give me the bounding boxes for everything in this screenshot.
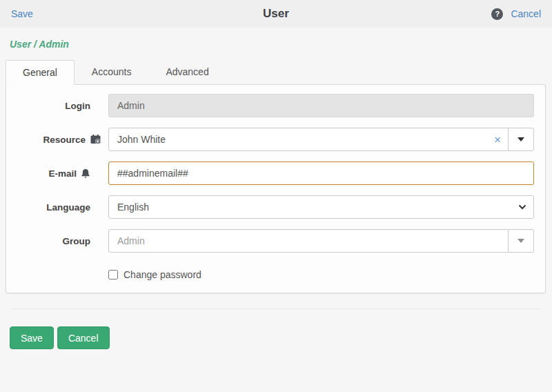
- topbar-right-group: ? Cancel: [491, 8, 541, 20]
- email-label: E-mail: [48, 168, 77, 179]
- group-dropdown-button[interactable]: [508, 229, 534, 253]
- email-row: E-mail: [6, 161, 534, 185]
- language-row: Language English: [6, 195, 534, 219]
- save-link[interactable]: Save: [11, 8, 33, 19]
- email-field[interactable]: [108, 161, 534, 185]
- resource-dropdown-button[interactable]: [508, 128, 534, 151]
- caret-down-icon: [518, 239, 524, 243]
- change-password-row: Change password: [108, 269, 534, 280]
- change-password-label: Change password: [124, 269, 201, 280]
- general-tab-panel: Login Resource ×: [6, 84, 546, 293]
- cancel-link[interactable]: Cancel: [511, 8, 541, 19]
- caret-down-icon: [518, 137, 524, 141]
- language-label: Language: [6, 202, 103, 213]
- login-field: [108, 94, 534, 117]
- tab-general[interactable]: General: [6, 60, 75, 85]
- cancel-button[interactable]: Cancel: [57, 326, 110, 349]
- change-password-checkbox[interactable]: [108, 270, 118, 280]
- clear-resource-icon[interactable]: ×: [494, 134, 501, 146]
- top-toolbar: Save User ? Cancel: [0, 0, 552, 28]
- tab-accounts[interactable]: Accounts: [75, 59, 149, 84]
- resource-field[interactable]: [108, 128, 509, 151]
- group-row: Group: [6, 229, 534, 253]
- resource-row: Resource ×: [6, 128, 534, 151]
- group-label: Group: [6, 236, 103, 246]
- footer-actions: Save Cancel: [10, 326, 552, 349]
- save-button[interactable]: Save: [10, 326, 54, 349]
- login-row: Login: [6, 94, 534, 117]
- calendar-clock-icon: [90, 134, 101, 145]
- footer-divider: [10, 308, 542, 309]
- breadcrumb[interactable]: User / Admin: [10, 39, 552, 50]
- help-icon[interactable]: ?: [491, 8, 503, 20]
- tab-bar: General Accounts Advanced: [6, 59, 552, 84]
- login-label: Login: [6, 101, 103, 111]
- language-select[interactable]: English: [108, 195, 534, 219]
- tab-advanced[interactable]: Advanced: [148, 59, 226, 84]
- bell-icon: [81, 168, 90, 179]
- page-title: User: [0, 7, 552, 21]
- group-field[interactable]: [108, 229, 509, 253]
- resource-label: Resource: [43, 135, 86, 145]
